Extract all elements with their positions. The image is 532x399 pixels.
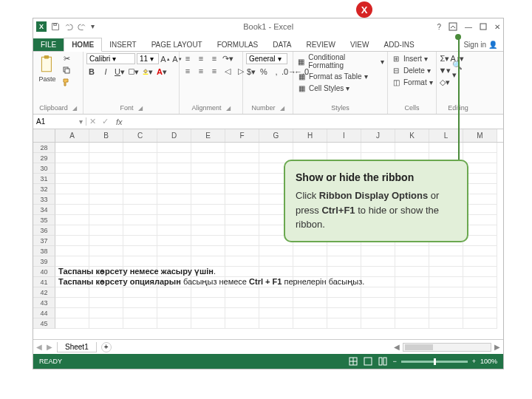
cell[interactable] <box>157 163 191 174</box>
row-header[interactable]: 39 <box>33 256 55 267</box>
cell[interactable] <box>157 308 191 318</box>
cell[interactable] <box>463 267 497 277</box>
view-normal-icon[interactable] <box>348 356 358 366</box>
cell[interactable] <box>89 184 123 194</box>
cell[interactable] <box>55 184 89 194</box>
col-header[interactable]: D <box>157 129 191 142</box>
select-all-corner[interactable] <box>33 129 55 142</box>
cell[interactable] <box>55 143 89 153</box>
cell[interactable] <box>225 318 259 329</box>
sheet-tab-sheet1[interactable]: Sheet1 <box>57 342 97 352</box>
cell[interactable] <box>191 153 225 163</box>
cell[interactable] <box>259 246 293 256</box>
tab-addins[interactable]: ADD-INS <box>376 38 421 51</box>
row-header[interactable]: 40 <box>33 267 55 277</box>
dialog-launcher-icon[interactable]: ◢ <box>138 105 143 112</box>
row-header[interactable]: 28 <box>33 143 55 153</box>
cell[interactable] <box>259 267 293 277</box>
cell[interactable] <box>259 308 293 318</box>
col-header[interactable]: A <box>55 129 89 142</box>
insert-cells-button[interactable]: ⊞Insert▾ <box>391 53 428 64</box>
cell[interactable] <box>89 246 123 256</box>
percent-icon[interactable]: % <box>259 66 269 77</box>
cell[interactable] <box>123 194 157 205</box>
cell[interactable] <box>89 308 123 318</box>
row-header[interactable]: 30 <box>33 163 55 174</box>
cell[interactable] <box>361 267 395 277</box>
cell[interactable] <box>225 236 259 246</box>
cell[interactable] <box>361 277 395 287</box>
cell[interactable] <box>429 277 463 287</box>
qat-dropdown-icon[interactable]: ▾ <box>91 22 100 31</box>
cell[interactable] <box>429 287 463 298</box>
clear-icon[interactable]: ◇▾ <box>440 77 450 87</box>
cell[interactable] <box>123 174 157 184</box>
cell[interactable] <box>55 318 89 329</box>
cell[interactable] <box>327 308 361 318</box>
zoom-in-icon[interactable]: + <box>472 358 476 365</box>
cell[interactable] <box>191 256 225 267</box>
redo-icon[interactable] <box>78 22 86 31</box>
cell[interactable] <box>191 298 225 308</box>
paste-button[interactable]: Paste <box>36 53 58 84</box>
cell[interactable] <box>361 318 395 329</box>
align-right-icon[interactable]: ≡ <box>209 66 219 76</box>
font-name-select[interactable]: Calibri▾ <box>86 53 135 64</box>
cell[interactable] <box>157 246 191 256</box>
cell[interactable] <box>157 318 191 329</box>
cell[interactable] <box>123 246 157 256</box>
cell[interactable] <box>225 194 259 205</box>
cell[interactable] <box>89 298 123 308</box>
cell[interactable] <box>123 163 157 174</box>
cell[interactable] <box>225 298 259 308</box>
format-as-table-button[interactable]: ▦Format as Table▾ <box>296 71 368 81</box>
cell[interactable] <box>123 236 157 246</box>
tab-page-layout[interactable]: PAGE LAYOUT <box>144 38 210 51</box>
row-header[interactable]: 33 <box>33 194 55 205</box>
row-header[interactable]: 43 <box>33 298 55 308</box>
row-header[interactable]: 36 <box>33 225 55 236</box>
name-box[interactable]: A1▾ <box>33 117 86 126</box>
cell[interactable] <box>123 298 157 308</box>
cell[interactable] <box>89 215 123 225</box>
cell[interactable] <box>157 184 191 194</box>
underline-icon[interactable]: U▾ <box>115 66 125 77</box>
cell[interactable] <box>55 205 89 215</box>
font-color-icon[interactable]: A▾ <box>157 66 167 77</box>
horizontal-scrollbar[interactable] <box>403 343 491 352</box>
cell-styles-button[interactable]: ▦Cell Styles▾ <box>296 83 349 93</box>
cut-icon[interactable]: ✂ <box>61 53 72 64</box>
cell[interactable] <box>327 267 361 277</box>
cell[interactable] <box>191 215 225 225</box>
cell[interactable] <box>123 143 157 153</box>
minimize-icon[interactable]: — <box>465 23 472 31</box>
cell[interactable] <box>89 287 123 298</box>
cell[interactable] <box>429 298 463 308</box>
col-header[interactable]: K <box>395 129 429 142</box>
cell[interactable] <box>361 246 395 256</box>
cell[interactable] <box>225 163 259 174</box>
row-header[interactable]: 45 <box>33 318 55 329</box>
comma-icon[interactable]: , <box>271 66 282 77</box>
cell[interactable] <box>55 153 89 163</box>
cell[interactable] <box>225 184 259 194</box>
cell[interactable] <box>191 163 225 174</box>
cell[interactable] <box>463 308 497 318</box>
cell[interactable] <box>89 163 123 174</box>
cell[interactable] <box>157 256 191 267</box>
app-icon[interactable]: X <box>36 21 47 32</box>
tab-formulas[interactable]: FORMULAS <box>210 38 266 51</box>
cell[interactable] <box>191 225 225 236</box>
cell[interactable] <box>55 308 89 318</box>
cell[interactable] <box>191 205 225 215</box>
cell[interactable] <box>191 236 225 246</box>
cell[interactable] <box>395 298 429 308</box>
cell[interactable] <box>123 205 157 215</box>
cell[interactable] <box>89 143 123 153</box>
copy-icon[interactable] <box>61 65 72 75</box>
cell[interactable] <box>225 174 259 184</box>
close-icon[interactable]: ✕ <box>494 23 500 31</box>
cell[interactable] <box>225 143 259 153</box>
cell[interactable] <box>293 308 327 318</box>
tab-review[interactable]: REVIEW <box>299 38 342 51</box>
